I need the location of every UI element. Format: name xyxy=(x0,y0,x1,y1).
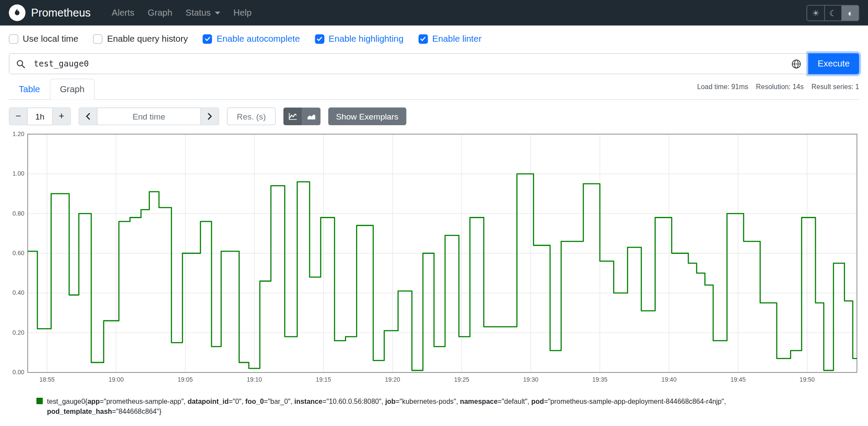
theme-toggle-group: ☀☾◐ xyxy=(806,5,859,21)
check-icon xyxy=(316,36,323,42)
svg-text:0.40: 0.40 xyxy=(13,289,24,296)
increase-duration-button[interactable]: + xyxy=(52,107,71,125)
search-addon xyxy=(10,59,32,69)
query-input-group xyxy=(9,53,808,74)
nav-item-status[interactable]: Status xyxy=(179,3,227,22)
tab-table[interactable]: Table xyxy=(9,79,50,100)
svg-text:19:40: 19:40 xyxy=(661,376,677,383)
svg-text:18:55: 18:55 xyxy=(40,376,55,383)
time-back-button[interactable] xyxy=(79,107,97,125)
decrease-duration-button[interactable]: − xyxy=(9,107,27,125)
checkbox-box-enable-highlighting[interactable] xyxy=(315,34,324,43)
options-bar: Use local timeEnable query historyEnable… xyxy=(0,26,868,49)
navbar: Prometheus AlertsGraphStatusHelp ☀☾◐ xyxy=(0,0,868,26)
svg-text:19:30: 19:30 xyxy=(523,376,538,383)
query-input[interactable] xyxy=(32,59,785,69)
svg-text:19:25: 19:25 xyxy=(454,376,469,383)
svg-text:19:00: 19:00 xyxy=(109,376,124,383)
metrics-explorer-button[interactable] xyxy=(784,58,808,70)
end-time-input[interactable] xyxy=(97,107,201,125)
checkbox-label-enable-highlighting: Enable highlighting xyxy=(329,34,403,44)
check-icon xyxy=(420,36,426,42)
graph-panel: 0.000.200.400.600.801.001.2018:5519:0019… xyxy=(9,131,859,426)
sun-icon: ☀ xyxy=(812,9,819,17)
contrast-icon: ◐ xyxy=(848,9,853,17)
stacked-chart-button[interactable] xyxy=(302,107,320,125)
check-icon xyxy=(204,36,211,42)
brand-title[interactable]: Prometheus xyxy=(31,7,90,19)
stacked-chart-icon xyxy=(307,113,315,120)
time-forward-button[interactable] xyxy=(201,107,219,125)
tab-graph[interactable]: Graph xyxy=(50,79,95,100)
execute-button[interactable]: Execute xyxy=(808,53,859,74)
nav-items: AlertsGraphStatusHelp xyxy=(105,8,258,18)
checkbox-box-enable-linter[interactable] xyxy=(419,34,428,43)
checkbox-enable-linter[interactable]: Enable linter xyxy=(419,34,482,44)
tabs: Table Graph xyxy=(9,79,94,99)
nav-item-alerts[interactable]: Alerts xyxy=(105,3,141,22)
svg-text:1.00: 1.00 xyxy=(13,170,24,177)
show-exemplars-button[interactable]: Show Exemplars xyxy=(328,107,406,125)
svg-text:0.60: 0.60 xyxy=(13,250,24,256)
svg-text:19:10: 19:10 xyxy=(247,376,262,383)
result-series-stat: Result series: 1 xyxy=(812,83,859,91)
svg-text:19:20: 19:20 xyxy=(385,376,400,383)
theme-auto-button[interactable]: ◐ xyxy=(842,5,859,20)
navbar-left: Prometheus AlertsGraphStatusHelp xyxy=(9,4,258,21)
svg-text:1.20: 1.20 xyxy=(13,131,24,137)
svg-text:0.80: 0.80 xyxy=(13,210,24,217)
svg-text:19:45: 19:45 xyxy=(730,376,746,383)
checkbox-box-enable-autocomplete[interactable] xyxy=(203,34,212,43)
legend-item[interactable]: test_gauge0{app="prometheus-sample-app",… xyxy=(36,397,832,417)
checkbox-label-enable-linter: Enable linter xyxy=(432,34,482,44)
nav-item-help[interactable]: Help xyxy=(227,3,258,22)
query-row: Execute xyxy=(9,53,859,74)
resolution-stat: Resolution: 14s xyxy=(756,83,804,91)
checkbox-label-enable-query-history: Enable query history xyxy=(107,34,188,44)
graph-controls: − + xyxy=(9,107,859,125)
end-time-control xyxy=(79,107,219,125)
svg-text:19:50: 19:50 xyxy=(799,376,815,383)
series-color-swatch xyxy=(36,398,43,404)
theme-dark-button[interactable]: ☾ xyxy=(824,5,842,20)
flame-icon xyxy=(12,7,23,18)
checkbox-box-enable-query-history[interactable] xyxy=(93,34,103,43)
svg-text:19:35: 19:35 xyxy=(592,376,607,383)
checkbox-enable-query-history[interactable]: Enable query history xyxy=(93,34,188,44)
checkbox-label-use-local-time: Use local time xyxy=(23,34,78,44)
svg-text:0.20: 0.20 xyxy=(13,329,24,336)
time-series-chart[interactable]: 0.000.200.400.600.801.001.2018:5519:0019… xyxy=(9,131,861,387)
search-icon xyxy=(16,59,25,69)
line-chart-button[interactable] xyxy=(284,107,302,125)
moon-icon: ☾ xyxy=(829,9,837,17)
chart-type-toggle xyxy=(284,107,320,125)
prometheus-app: Prometheus AlertsGraphStatusHelp ☀☾◐ Use… xyxy=(0,0,868,426)
query-stats: Load time: 91ms Resolution: 14s Result s… xyxy=(697,83,859,99)
prometheus-logo[interactable] xyxy=(9,4,25,21)
nav-item-graph[interactable]: Graph xyxy=(141,3,179,22)
svg-text:19:15: 19:15 xyxy=(316,376,331,383)
checkbox-label-enable-autocomplete: Enable autocomplete xyxy=(217,34,300,44)
load-time-stat: Load time: 91ms xyxy=(697,83,748,91)
line-chart-icon xyxy=(288,113,297,120)
checkbox-box-use-local-time[interactable] xyxy=(9,34,18,43)
checkbox-use-local-time[interactable]: Use local time xyxy=(9,34,78,44)
svg-text:0.00: 0.00 xyxy=(13,369,24,376)
svg-text:19:05: 19:05 xyxy=(178,376,193,383)
chevron-right-icon xyxy=(207,113,213,120)
dropdown-caret-icon xyxy=(215,12,220,14)
duration-input[interactable] xyxy=(27,107,53,125)
chevron-left-icon xyxy=(85,113,91,120)
duration-control: − + xyxy=(9,107,71,125)
globe-icon xyxy=(791,58,801,69)
checkbox-enable-highlighting[interactable]: Enable highlighting xyxy=(315,34,403,44)
resolution-input[interactable] xyxy=(227,107,276,125)
theme-light-button[interactable]: ☀ xyxy=(807,5,825,20)
legend-text: test_gauge0{app="prometheus-sample-app",… xyxy=(47,397,831,417)
tabs-row: Table Graph Load time: 91ms Resolution: … xyxy=(9,79,859,100)
checkbox-enable-autocomplete[interactable]: Enable autocomplete xyxy=(203,34,300,44)
